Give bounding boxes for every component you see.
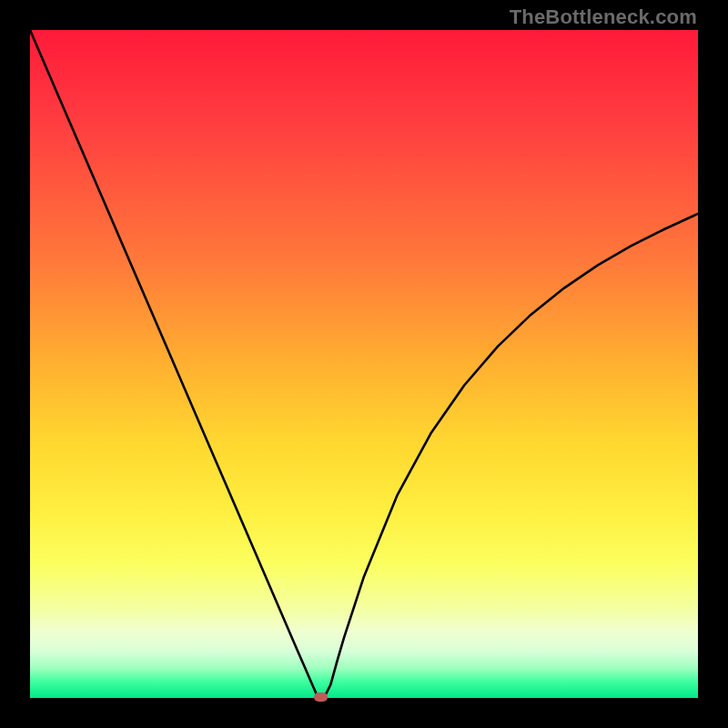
plot-area xyxy=(30,30,698,698)
attribution-text: TheBottleneck.com xyxy=(510,5,697,29)
chart-frame: TheBottleneck.com xyxy=(0,0,728,728)
min-marker xyxy=(314,693,328,702)
bottleneck-curve xyxy=(30,30,698,698)
